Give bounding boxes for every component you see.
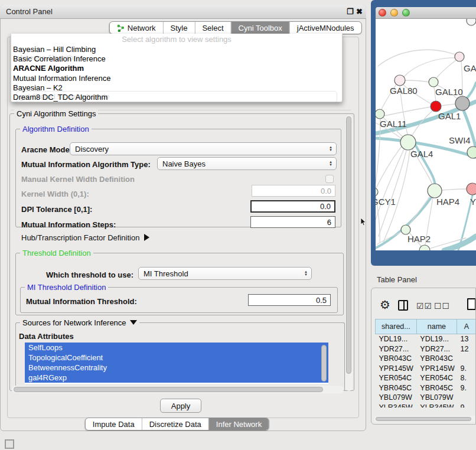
column-header[interactable]: A [457,319,476,334]
algorithm-option[interactable]: Dream8 DC_TDC Algorithm [11,93,342,102]
network-node[interactable] [467,19,476,25]
tab-style[interactable]: Style [163,22,195,34]
data-attribute-item[interactable]: gal4RGexp [25,373,328,383]
tab-select[interactable]: Select [194,22,230,34]
column-header[interactable]: name [416,319,457,334]
table-cell: 13 [457,334,476,344]
apply-button[interactable]: Apply [160,399,201,413]
mouse-cursor [360,218,367,226]
table-cell: YDR27... [416,344,457,354]
minimize-traffic-light[interactable] [390,9,398,17]
zoom-traffic-light[interactable] [402,9,410,17]
unchecked-columns-icon[interactable]: ☐☐ [434,301,450,311]
which-threshold-select[interactable]: MI Threshold ▲▼ [138,267,312,280]
table-cell [457,354,476,364]
network-node-swi4[interactable] [467,146,476,158]
data-attribute-item[interactable]: BetweennessCentrality [25,363,328,373]
network-edge [436,60,456,78]
checked-columns-icon[interactable]: ☑☑ [416,301,432,311]
table-cell: YDL19... [376,334,417,344]
close-traffic-light[interactable] [379,9,386,17]
algorithm-option[interactable]: Bayesian – K2 [11,83,342,93]
spinner-arrows-icon: ▲▼ [304,268,308,279]
algorithm-option[interactable]: Bayesian – Hill Climbing [11,45,342,54]
node-label: HAP4 [436,197,459,207]
data-attributes-list[interactable]: SelfLoopsTopologicalCoefficientBetweenne… [25,343,328,384]
settings-hscrollbar-thumb[interactable] [14,387,323,392]
column-header[interactable]: shared... [376,319,417,334]
mi-threshold-field[interactable]: 0.5 [248,294,331,306]
network-node-gal[interactable] [455,52,464,61]
table-row[interactable]: YDR27...YDR27...12 [376,344,476,354]
control-panel-tabbar: NetworkStyleSelectCyni ToolboxjActiveMNo… [109,21,362,34]
tab-network[interactable]: Network [110,22,163,34]
bottom-tab-infer-network[interactable]: Infer Network [208,418,269,430]
float-window-icon[interactable]: ❐ [347,7,354,16]
network-edge [404,58,459,77]
mi-algorithm-type-label: Mutual Information Algorithm Type: [21,160,151,169]
control-panel-titlebar[interactable] [0,5,366,19]
table-hscrollbar-thumb[interactable] [376,417,471,421]
network-node-hap2[interactable] [401,225,410,234]
network-node-gal10[interactable] [429,77,438,87]
bottom-tab-discretize-data[interactable]: Discretize Data [142,418,208,430]
tab-cyni-toolbox[interactable]: Cyni Toolbox [231,22,289,34]
settings-scrollbar-thumb[interactable] [346,116,351,374]
hub-definition-toggle[interactable]: Hub/Transcription Factor Definition [21,233,149,242]
network-node-gal80[interactable] [395,75,405,86]
network-node-gal4[interactable] [400,135,416,150]
network-window-titlebar[interactable] [376,7,476,19]
aracne-mode-value: Discovery [75,145,109,154]
table-cell: YBR045C [376,383,417,393]
network-node-hap4[interactable] [428,184,442,198]
mi-algorithm-type-select[interactable]: Naive Bayes ▲▼ [157,157,337,170]
manual-kernel-width-checkbox[interactable] [325,175,334,183]
algorithm-option[interactable]: Mutual Information Inference [11,74,342,83]
network-node-y[interactable] [467,183,476,195]
algorithm-option[interactable]: ARACNE Algorithm [11,64,342,73]
table-row[interactable]: YPR145WYPR145W9. [376,364,476,374]
tab-jactivemnodules[interactable]: jActiveMNodules [289,22,361,34]
node-table[interactable]: shared...nameAYDL19...YDL19...13YDR27...… [375,319,476,407]
table-row[interactable]: YDL19...YDL19...13 [376,334,476,344]
sources-toggle[interactable]: Sources for Network Inference [20,318,139,327]
gear-icon[interactable]: ⚙ [380,299,390,311]
detached-widget [5,439,14,449]
mi-steps-field[interactable]: 6 [250,216,335,228]
table-row[interactable]: YER054CYER054C8. [376,373,476,383]
table-row[interactable]: YBR043CYBR043C [376,354,476,364]
node-label: GAL10 [435,87,463,97]
bottom-tab-impute-data[interactable]: Impute Data [86,418,142,430]
spinner-arrows-icon: ▲▼ [329,158,332,169]
network-node-gal1[interactable] [431,101,441,112]
table-cell: 9. [457,403,476,408]
table-row[interactable]: YLR345WYLR345W9. [376,403,476,408]
document-icon[interactable] [467,298,476,310]
table-row[interactable]: YBL079WYBL079W [376,393,476,403]
table-cell: YBL079W [376,393,417,403]
split-view-icon[interactable] [398,300,408,311]
data-attribute-item[interactable]: TopologicalCoefficient [25,353,328,363]
tab-label: Select [202,24,223,32]
table-cell: YLR345W [416,403,457,408]
which-threshold-value: MI Threshold [144,269,188,278]
data-attributes-label: Data Attributes [19,332,74,341]
aracne-mode-select[interactable]: Discovery ▲▼ [70,142,337,155]
data-attribute-item[interactable]: SelfLoops [25,343,328,353]
network-node-gcy1[interactable] [376,188,378,196]
table-cell: YBR043C [376,354,417,364]
table-cell: YDL19... [416,334,457,344]
network-canvas[interactable]: GALGAL80GAL10GAL1GAL11GAL4SWI4GCY1HAP4YH… [376,19,476,250]
table-row[interactable]: YBR045CYBR045C9. [376,383,476,393]
network-edge [442,189,467,190]
kernel-width-field[interactable]: 0.0 [252,185,335,197]
node-label: Y [470,197,476,207]
dpi-tolerance-field[interactable]: 0.0 [250,200,335,213]
network-node-gal11[interactable] [376,109,384,119]
cyni-algorithm-settings-title: Cyni Algorithm Settings [14,109,98,118]
network-node[interactable] [455,96,470,110]
close-icon[interactable]: ✖ [356,7,363,16]
node-label: SWI4 [449,135,471,145]
algorithm-option[interactable]: Basic Correlation Inference [11,54,342,64]
attributes-scrollbar[interactable] [321,345,327,381]
